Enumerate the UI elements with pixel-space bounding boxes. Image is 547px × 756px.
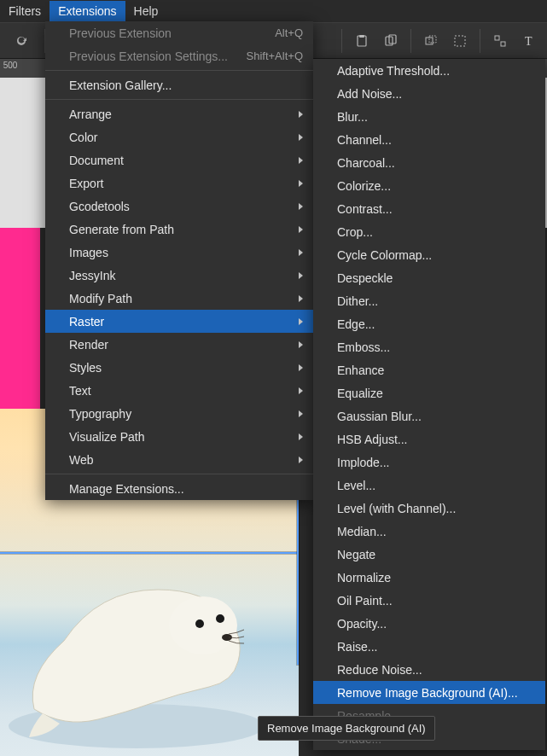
menu-section-modify-path[interactable]: Modify Path	[45, 287, 313, 310]
menu-section-images[interactable]: Images	[45, 241, 313, 264]
raster-item-adaptive-threshold[interactable]: Adaptive Threshold...	[313, 59, 545, 82]
raster-item-raise[interactable]: Raise...	[313, 635, 545, 658]
paste-in-place-icon[interactable]	[378, 28, 404, 54]
raster-item-add-noise[interactable]: Add Noise...	[313, 82, 545, 105]
menu-section-raster[interactable]: Raster	[45, 310, 313, 333]
menu-section-document[interactable]: Document	[45, 148, 313, 172]
menu-item-label: Oil Paint...	[337, 594, 393, 608]
menu-item-label: Crop...	[337, 225, 373, 239]
clone-icon[interactable]	[418, 28, 444, 54]
redo-icon[interactable]	[9, 28, 34, 54]
menu-section-generate-from-path[interactable]: Generate from Path	[45, 218, 313, 241]
chevron-right-icon	[299, 157, 303, 164]
menu-extensions[interactable]: Extensions	[49, 1, 125, 21]
raster-item-blur[interactable]: Blur...	[313, 105, 545, 128]
menu-item-label: Color	[69, 131, 97, 144]
menu-section-export[interactable]: Export	[45, 172, 313, 195]
chevron-right-icon	[299, 318, 303, 325]
raster-item-equalize[interactable]: Equalize	[313, 381, 545, 404]
menu-item-label: Generate from Path	[69, 223, 174, 236]
menu-help[interactable]: Help	[125, 1, 167, 21]
text-tool-icon[interactable]: T	[516, 28, 542, 54]
menu-item-label: Opacity...	[337, 617, 387, 631]
raster-item-remove-image-background-ai[interactable]: Remove Image Background (AI)...	[313, 681, 545, 704]
menu-section-arrange[interactable]: Arrange	[45, 102, 313, 125]
raster-item-oil-paint[interactable]: Oil Paint...	[313, 589, 545, 612]
chevron-right-icon	[299, 341, 303, 348]
menu-item-label: Edge...	[337, 317, 375, 331]
chevron-right-icon	[299, 387, 303, 394]
raster-item-gaussian-blur[interactable]: Gaussian Blur...	[313, 404, 545, 427]
raster-item-level-with-channel[interactable]: Level (with Channel)...	[313, 497, 545, 520]
menu-item-label: Despeckle	[337, 271, 393, 285]
raster-item-level[interactable]: Level...	[313, 474, 545, 497]
menu-section-jessyink[interactable]: JessyInk	[45, 264, 313, 287]
menu-item-label: Web	[69, 453, 94, 467]
menu-item-label: JessyInk	[69, 269, 115, 282]
raster-item-contrast[interactable]: Contrast...	[313, 197, 545, 220]
menu-item-label: Arrange	[69, 108, 112, 121]
menu-item-label: Manage Extensions...	[69, 482, 184, 496]
menu-manage-extensions[interactable]: Manage Extensions...	[45, 477, 313, 500]
menu-section-visualize-path[interactable]: Visualize Path	[45, 425, 313, 448]
menu-item-label: Adaptive Threshold...	[337, 64, 450, 78]
menu-item-label: Text	[69, 384, 91, 398]
chevron-right-icon	[299, 249, 303, 256]
chevron-right-icon	[299, 364, 303, 371]
raster-item-emboss[interactable]: Emboss...	[313, 335, 545, 358]
extensions-menu: Previous Extension Alt+Q Previous Extens…	[45, 21, 313, 500]
raster-item-crop[interactable]: Crop...	[313, 220, 545, 243]
menu-section-web[interactable]: Web	[45, 448, 313, 471]
raster-item-opacity[interactable]: Opacity...	[313, 612, 545, 635]
svg-point-16	[195, 619, 204, 628]
chevron-right-icon	[299, 180, 303, 187]
raster-item-hsb-adjust[interactable]: HSB Adjust...	[313, 427, 545, 451]
raster-item-enhance[interactable]: Enhance	[313, 358, 545, 381]
menu-item-label: Styles	[69, 361, 102, 375]
menu-item-label: Blur...	[337, 110, 368, 124]
menu-item-label: Previous Extension	[69, 26, 172, 40]
raster-item-colorize[interactable]: Colorize...	[313, 174, 545, 197]
svg-rect-6	[455, 36, 465, 46]
raster-item-median[interactable]: Median...	[313, 520, 545, 543]
raster-item-cycle-colormap[interactable]: Cycle Colormap...	[313, 243, 545, 266]
menu-filters[interactable]: Filters	[0, 1, 49, 21]
menu-item-label: Channel...	[337, 133, 392, 147]
raster-item-channel[interactable]: Channel...	[313, 128, 545, 151]
raster-item-charcoal[interactable]: Charcoal...	[313, 151, 545, 174]
raster-item-dither[interactable]: Dither...	[313, 289, 545, 312]
svg-rect-8	[501, 42, 505, 46]
menu-section-text[interactable]: Text	[45, 379, 313, 402]
canvas-shape-pink	[0, 228, 40, 409]
raster-item-negate[interactable]: Negate	[313, 543, 545, 566]
menu-item-label: Export	[69, 177, 103, 190]
raster-item-despeckle[interactable]: Despeckle	[313, 266, 545, 289]
menu-previous-extension-settings[interactable]: Previous Extension Settings... Shift+Alt…	[45, 44, 313, 67]
menu-section-typography[interactable]: Typography	[45, 402, 313, 425]
menu-section-gcodetools[interactable]: Gcodetools	[45, 195, 313, 218]
raster-item-edge[interactable]: Edge...	[313, 312, 545, 335]
unlink-clone-icon[interactable]	[447, 28, 473, 54]
menu-section-color[interactable]: Color	[45, 125, 313, 148]
menu-section-styles[interactable]: Styles	[45, 356, 313, 379]
menu-previous-extension[interactable]: Previous Extension Alt+Q	[45, 21, 313, 44]
menu-item-label: Cycle Colormap...	[337, 248, 432, 262]
menu-item-label: Gcodetools	[69, 200, 130, 213]
menu-item-label: Gaussian Blur...	[337, 410, 422, 423]
chevron-right-icon	[299, 226, 303, 233]
guide-horizontal	[0, 552, 297, 554]
menu-extension-gallery[interactable]: Extension Gallery...	[45, 73, 313, 96]
group-icon[interactable]	[487, 28, 513, 54]
menu-item-label: Extension Gallery...	[69, 79, 172, 92]
svg-rect-4	[426, 38, 433, 44]
raster-item-implode[interactable]: Implode...	[313, 451, 545, 474]
svg-rect-1	[359, 35, 364, 38]
raster-item-normalize[interactable]: Normalize	[313, 566, 545, 589]
paste-icon[interactable]	[349, 28, 375, 54]
menu-item-label: Equalize	[337, 387, 383, 400]
menu-item-label: Reduce Noise...	[337, 663, 422, 677]
menu-section-render[interactable]: Render	[45, 333, 313, 356]
raster-item-reduce-noise[interactable]: Reduce Noise...	[313, 658, 545, 681]
tooltip-text: Remove Image Background (AI)	[267, 722, 426, 735]
menu-item-label: Raise...	[337, 640, 377, 654]
